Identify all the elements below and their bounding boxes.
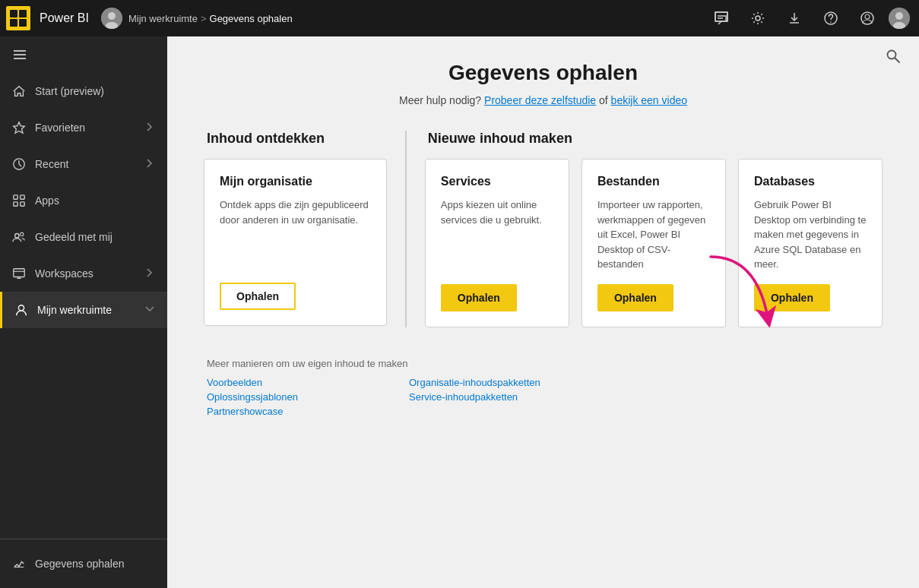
sidebar-apps-label: Apps <box>35 194 155 207</box>
svg-point-12 <box>895 12 903 20</box>
section-create-title: Nieuwe inhoud maken <box>425 131 883 147</box>
svg-point-24 <box>20 232 24 236</box>
svg-point-29 <box>18 305 24 311</box>
breadcrumb-current: Gegevens ophalen <box>210 13 293 24</box>
sidebar-item-workspaces[interactable]: Workspaces <box>0 255 167 292</box>
card-organisation-title: Mijn organisatie <box>220 175 371 188</box>
sidebar-item-myworkspace[interactable]: Mijn werkruimte <box>0 292 167 328</box>
sidebar-item-home[interactable]: Start (preview) <box>0 73 167 109</box>
svg-rect-25 <box>14 269 24 277</box>
section-discover-title: Inhoud ontdekken <box>204 131 387 147</box>
sidebar-shared-label: Gedeeld met mij <box>35 231 155 243</box>
card-services-title: Services <box>441 175 553 188</box>
card-databases-button[interactable]: Ophalen <box>754 284 830 311</box>
breadcrumb: Mijn werkruimte > Gegevens ophalen <box>128 13 293 24</box>
svg-line-32 <box>895 58 900 63</box>
sections-row: Inhoud ontdekken Mijn organisatie Ontdek… <box>204 131 883 327</box>
hamburger-button[interactable] <box>0 36 167 73</box>
more-ways-title: Meer manieren om uw eigen inhoud te make… <box>207 358 879 369</box>
account-button[interactable] <box>849 0 886 36</box>
download-button[interactable] <box>776 0 813 36</box>
sidebar-bottom: Gegevens ophalen <box>0 539 167 588</box>
card-services: Services Apps kiezen uit online services… <box>425 159 569 327</box>
card-organisation-button[interactable]: Ophalen <box>220 283 296 310</box>
breadcrumb-workspace: Mijn werkruimte <box>128 13 198 24</box>
card-services-desc: Apps kiezen uit online services die u ge… <box>441 198 553 272</box>
section-create: Nieuwe inhoud maken Services Apps kiezen… <box>425 131 883 327</box>
sidebar-item-getdata[interactable]: Gegevens ophalen <box>0 545 167 582</box>
card-databases: Databases Gebruik Power BI Desktop om ve… <box>738 159 883 327</box>
main-layout: Start (preview) Favorieten Recent <box>0 36 919 588</box>
svg-rect-21 <box>14 202 17 206</box>
chevron-right-icon <box>144 122 155 134</box>
link-solution-templates[interactable]: Oplossingssjablonen <box>207 391 385 403</box>
sidebar-getdata-label: Gegevens ophalen <box>35 558 125 570</box>
create-cards: Services Apps kiezen uit online services… <box>425 159 883 327</box>
shared-icon <box>12 230 26 244</box>
subtitle-between: of <box>599 94 611 106</box>
workspace-icon <box>12 267 26 280</box>
card-organisation-desc: Ontdek apps die zijn gepubliceerd door a… <box>220 198 371 270</box>
sidebar-favorites-label: Favorieten <box>35 122 135 134</box>
card-databases-desc: Gebruik Power BI Desktop om verbinding t… <box>754 198 867 272</box>
card-databases-title: Databases <box>754 175 867 188</box>
settings-button[interactable] <box>740 0 776 36</box>
svg-point-6 <box>756 16 760 21</box>
svg-marker-17 <box>14 122 24 133</box>
sidebar-myworkspace-label: Mijn werkruimte <box>37 304 135 316</box>
sidebar-item-favorites[interactable]: Favorieten <box>0 109 167 146</box>
user-avatar-right[interactable] <box>889 8 910 29</box>
link-org-packs[interactable]: Organisatie-inhoudspakketten <box>409 377 587 388</box>
content-area: Gegevens ophalen Meer hulp nodig? Probee… <box>167 36 919 588</box>
link-service-packs[interactable]: Service-inhoudpakketten <box>409 391 587 403</box>
subtitle-link-video[interactable]: bekijk een video <box>611 94 687 106</box>
subtitle-link-zelfstudie[interactable]: Probeer deze zelfstudie <box>484 94 596 106</box>
svg-rect-20 <box>21 195 24 199</box>
help-button[interactable] <box>813 0 849 36</box>
sidebar-home-label: Start (preview) <box>35 85 155 97</box>
app-name: Power BI <box>40 11 89 25</box>
home-icon <box>12 84 26 98</box>
sidebar-workspaces-label: Workspaces <box>35 267 135 280</box>
getdata-icon <box>12 557 26 571</box>
breadcrumb-separator: > <box>201 13 207 24</box>
subtitle-text: Meer hulp nodig? <box>399 94 481 106</box>
link-partner-showcase[interactable]: Partnershowcase <box>207 406 385 417</box>
sidebar: Start (preview) Favorieten Recent <box>0 36 167 588</box>
svg-point-31 <box>888 51 896 59</box>
section-divider <box>405 131 407 327</box>
card-files-title: Bestanden <box>597 175 710 188</box>
search-button[interactable] <box>886 49 901 67</box>
chevron-down-icon <box>144 304 155 317</box>
svg-point-10 <box>865 14 870 19</box>
sidebar-recent-label: Recent <box>35 158 135 170</box>
person-icon <box>14 303 28 317</box>
star-icon <box>12 121 26 134</box>
chevron-right-icon-recent <box>144 158 155 171</box>
more-ways-section: Meer manieren om uw eigen inhoud te make… <box>204 352 883 423</box>
svg-rect-19 <box>14 195 17 199</box>
svg-point-1 <box>108 12 116 20</box>
clock-icon <box>12 157 26 171</box>
section-discover: Inhoud ontdekken Mijn organisatie Ontdek… <box>204 131 387 327</box>
card-files-desc: Importeer uw rapporten, werkmappen of ge… <box>597 198 710 272</box>
chevron-right-icon-workspaces <box>144 267 155 280</box>
sidebar-item-recent[interactable]: Recent <box>0 146 167 182</box>
card-files: Bestanden Importeer uw rapporten, werkma… <box>582 159 726 327</box>
feedback-button[interactable] <box>703 0 740 36</box>
svg-rect-22 <box>21 202 24 206</box>
topbar: Power BI Mijn werkruimte > Gegevens opha… <box>0 0 919 36</box>
discover-cards: Mijn organisatie Ontdek apps die zijn ge… <box>204 159 387 326</box>
card-files-button[interactable]: Ophalen <box>597 284 673 311</box>
link-voorbeelden[interactable]: Voorbeelden <box>207 377 385 388</box>
sidebar-item-shared[interactable]: Gedeeld met mij <box>0 219 167 255</box>
card-services-button[interactable]: Ophalen <box>441 284 517 311</box>
sidebar-item-apps[interactable]: Apps <box>0 182 167 219</box>
user-avatar-topbar <box>101 8 122 29</box>
more-ways-links: Voorbeelden Organisatie-inhoudspakketten… <box>207 377 587 417</box>
svg-point-8 <box>830 21 832 23</box>
apps-icon <box>12 194 26 207</box>
card-organisation: Mijn organisatie Ontdek apps die zijn ge… <box>204 159 387 326</box>
svg-point-23 <box>15 234 19 238</box>
app-logo <box>6 6 30 30</box>
